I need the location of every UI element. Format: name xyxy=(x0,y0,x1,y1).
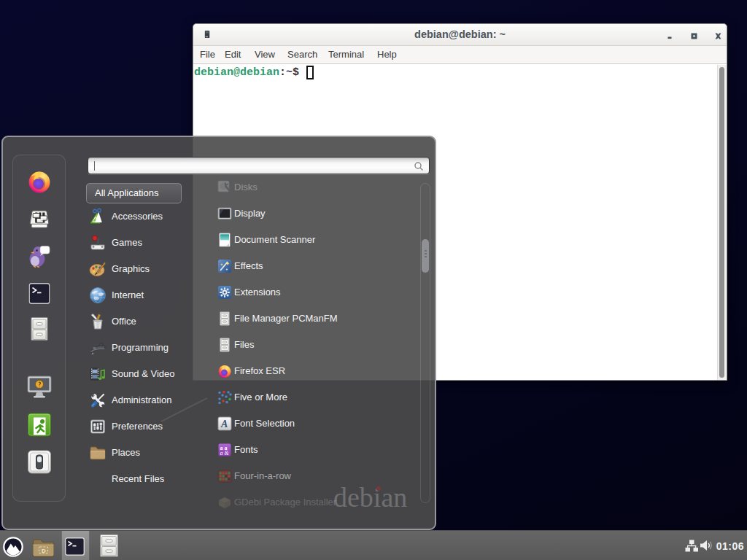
svg-text:D: D xyxy=(42,548,46,554)
svg-text:A: A xyxy=(220,419,228,429)
svg-text:a &: a & xyxy=(220,450,230,456)
